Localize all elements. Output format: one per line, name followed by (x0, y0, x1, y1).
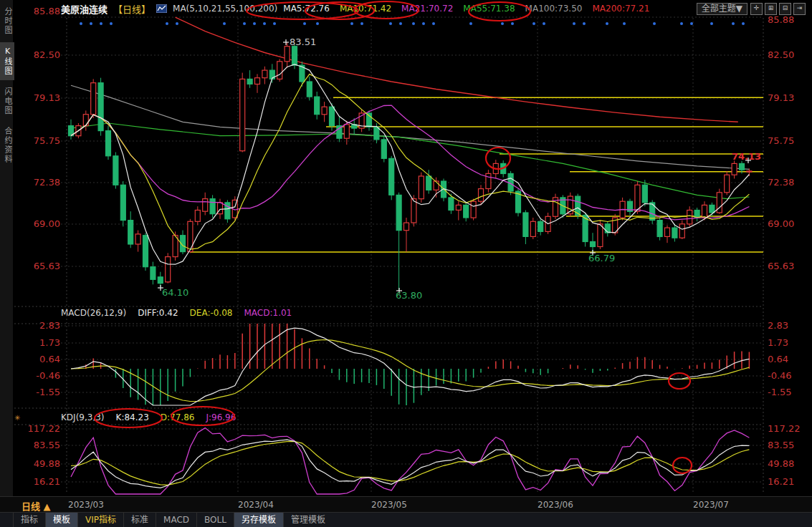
left-sidebar: 分时图K线图闪电图合约资料 (0, 0, 13, 512)
axis-label: 16.21 (768, 476, 794, 487)
axis-label: 65.63 (34, 261, 60, 271)
axis-label: 1.73 (39, 337, 60, 348)
axis-label: 79.13 (34, 92, 60, 103)
tab-indicator[interactable]: 指标 (13, 513, 45, 527)
date-label: 2023/06 (538, 500, 573, 510)
axis-label: 2.83 (39, 320, 60, 331)
axis-label: 1.73 (768, 337, 788, 348)
period-selector[interactable]: 日线 ▲ (22, 499, 51, 513)
axis-label: 75.75 (768, 135, 794, 146)
kdj-label-part-1: K:84.23 (116, 412, 149, 422)
axis-label: 79.13 (768, 92, 794, 103)
crosshair-tool-icon[interactable]: ✛ (750, 3, 763, 15)
date-label: 2023/05 (371, 500, 407, 510)
date-label: 2023/07 (693, 500, 729, 510)
signal-dots (80, 22, 745, 25)
kdj-label-part-3: J:96.96 (206, 412, 236, 422)
date-label: 2023/03 (68, 500, 104, 510)
axis-label: -1.55 (36, 387, 60, 397)
price-label: 64.10 (162, 287, 188, 298)
axis-label: 82.50 (34, 49, 60, 60)
macd-label-part-3: MACD:1.01 (244, 308, 292, 318)
fast-ma-lines (71, 64, 749, 264)
header-toolbar: 全部主题▼ ✛⊞⊟⇥ (697, 3, 808, 15)
grid-layout-icon[interactable]: ⊞ (765, 3, 777, 15)
kdj-label-part-2: D:77.86 (161, 412, 195, 422)
slow-ma-lines (71, 17, 749, 198)
price-label: 74.13 (732, 151, 761, 162)
price-label: 63.80 (396, 290, 422, 301)
axis-label: 82.50 (768, 49, 794, 60)
ma-readout: MA100:73.50 (525, 4, 583, 14)
tab-save-template[interactable]: 另存模板 (234, 513, 283, 527)
period-tag: 【日线】 (113, 2, 151, 16)
axis-label: -1.55 (768, 387, 792, 397)
tab-boll[interactable]: BOLL (196, 513, 234, 527)
axis-label: 83.55 (768, 440, 794, 450)
axis-label: 117.22 (28, 423, 61, 434)
ma-readout: MA21:70.72 (401, 4, 453, 14)
sidebar-item-kline-chart[interactable]: K线图 (0, 42, 14, 80)
panel-layout-icon[interactable]: ⊟ (779, 3, 791, 15)
axis-label: 69.00 (768, 218, 794, 229)
symbol-name: 美原油连续 (61, 2, 108, 16)
axis-label: -0.46 (768, 370, 792, 381)
ma-readouts: MA5:72.76MA10:71.42MA21:70.72MA55:71.38M… (283, 4, 649, 14)
price-label: 66.79 (588, 253, 615, 264)
bottom-tab-bar: 指标模板VIP指标标准MACDBOLL另存模板管理模板 (0, 512, 812, 527)
theme-dropdown-button[interactable]: 全部主题▼ (697, 3, 747, 15)
macd-label-part-2: DEA:-0.08 (190, 308, 233, 318)
layout-tools: ✛⊞⊟⇥ (750, 3, 808, 15)
axis-label: 65.63 (768, 261, 794, 271)
axis-label: -0.46 (36, 370, 60, 381)
kdj-label-part-0: KDJ(9,3,3) (61, 412, 105, 422)
ma-readout: MA10:71.42 (340, 4, 391, 14)
trading-app-window: 分时图K线图闪电图合约资料 美原油连续 【日线】 MA(5,10,21,55,1… (0, 0, 812, 527)
tab-template[interactable]: 模板 (45, 513, 77, 527)
ma-readout: MA200:77.21 (592, 4, 649, 14)
axis-label: 75.75 (34, 135, 60, 146)
tab-vip-indicator[interactable]: VIP指标 (77, 513, 123, 527)
price-label: 83.51 (290, 37, 316, 47)
axis-label: 2.83 (768, 320, 788, 331)
tab-macd[interactable]: MACD (156, 513, 196, 527)
kdj-header: KDJ(9,3,3)K:84.23D:77.86J:96.96 (61, 412, 236, 422)
date-label: 2023/04 (238, 500, 274, 510)
indicator-flag-icon: ✳ (14, 414, 20, 422)
chart-canvas[interactable]: 83.5164.1063.8066.7974.1385.8882.5079.13… (0, 0, 812, 527)
axis-label: 49.88 (34, 458, 60, 469)
chart-header: 美原油连续 【日线】 MA(5,10,21,55,100,200) MA5:72… (13, 0, 812, 17)
axis-label: 72.38 (768, 177, 794, 188)
ma-readout: MA55:71.38 (463, 4, 515, 14)
date-axis-row: 日线 ▲ 2023/032023/042023/052023/062023/07 (0, 496, 812, 513)
sidebar-item-flash-chart[interactable]: 闪电图 (0, 83, 14, 120)
sidebar-item-time-chart[interactable]: 分时图 (0, 3, 14, 39)
axis-label: 72.38 (34, 177, 60, 188)
axis-label: 0.64 (768, 354, 788, 364)
axis-label: 117.22 (768, 423, 801, 434)
axis-label: 83.55 (34, 440, 60, 450)
sidebar-item-contract-info[interactable]: 合约资料 (0, 122, 14, 168)
kdj-panel (71, 428, 749, 494)
axis-label: 16.21 (34, 476, 60, 487)
ma-params-label: MA(5,10,21,55,100,200) (173, 4, 277, 14)
axis-label: 69.00 (34, 218, 60, 229)
annotations: 83.5164.1063.8066.7974.13 (95, 1, 761, 473)
drawn-trendlines (191, 97, 763, 252)
macd-header: MACD(26,12,9)DIFF:0.42DEA:-0.08MACD:1.01 (61, 308, 292, 318)
ma-readout: MA5:72.76 (283, 4, 330, 14)
macd-label-part-1: DIFF:0.42 (138, 308, 178, 318)
grid-lines (14, 17, 763, 494)
red-circle-annotation[interactable] (673, 458, 692, 473)
candles (69, 42, 752, 291)
shift-right-icon[interactable]: ⇥ (793, 3, 806, 15)
macd-label-part-0: MACD(26,12,9) (61, 308, 126, 318)
tab-manage-template[interactable]: 管理模板 (283, 513, 333, 527)
macd-panel (71, 324, 749, 405)
tab-standard[interactable]: 标准 (123, 513, 156, 527)
chart-type-icon (156, 4, 167, 13)
axis-label: 49.88 (768, 458, 794, 469)
axis-label: 0.64 (39, 354, 60, 364)
red-circle-annotation[interactable] (669, 373, 690, 389)
red-circle-annotation[interactable] (486, 148, 510, 169)
